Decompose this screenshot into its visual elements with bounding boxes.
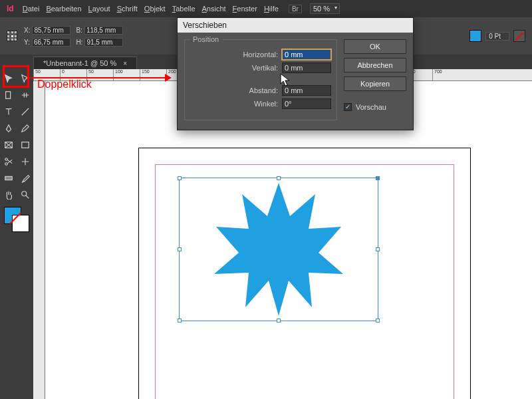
svg-point-3 bbox=[5, 158, 8, 161]
dialog-title[interactable]: Verschieben bbox=[178, 18, 413, 33]
preview-label: Vorschau bbox=[356, 103, 386, 111]
eyedropper-tool[interactable] bbox=[17, 170, 33, 186]
field-w[interactable] bbox=[84, 26, 123, 35]
annotation-highlight-box bbox=[3, 65, 29, 88]
star-shape[interactable] bbox=[186, 180, 372, 319]
input-abstand[interactable] bbox=[282, 85, 331, 96]
toolbox bbox=[0, 69, 33, 399]
position-fieldset: Position Horizontal: Vertikal: Abstand: … bbox=[184, 39, 337, 120]
document-tab-title: *Unbenannt-1 @ 50 % bbox=[43, 59, 116, 67]
selected-object-frame[interactable] bbox=[179, 178, 378, 321]
app-logo: Id bbox=[3, 4, 18, 13]
label-vertikal: Vertikal: bbox=[252, 64, 278, 72]
ok-button[interactable]: OK bbox=[344, 39, 406, 54]
label-horizontal: Horizontal: bbox=[243, 51, 278, 59]
type-tool[interactable] bbox=[1, 104, 17, 120]
cancel-button[interactable]: Abbrechen bbox=[344, 58, 406, 72]
page bbox=[138, 148, 471, 399]
scissors-tool[interactable] bbox=[1, 154, 17, 170]
document-tab[interactable]: *Unbenannt-1 @ 50 % × bbox=[33, 57, 137, 69]
field-x[interactable] bbox=[32, 26, 70, 35]
ruler-tick: 700 bbox=[432, 69, 459, 80]
gap-tool[interactable] bbox=[17, 87, 33, 103]
rectangle-tool[interactable] bbox=[17, 137, 33, 153]
menu-schrift[interactable]: Schrift bbox=[115, 3, 140, 15]
copy-button[interactable]: Kopieren bbox=[344, 76, 406, 91]
menu-tabelle[interactable]: Tabelle bbox=[170, 3, 198, 15]
bridge-badge[interactable]: Br bbox=[289, 5, 302, 13]
menu-objekt[interactable]: Objekt bbox=[142, 3, 168, 15]
gradient-tool[interactable] bbox=[1, 170, 17, 186]
label-y: Y: bbox=[24, 39, 30, 46]
pencil-tool[interactable] bbox=[17, 120, 33, 136]
label-h: H: bbox=[76, 39, 82, 46]
menu-datei[interactable]: Datei bbox=[21, 3, 42, 15]
svg-rect-2 bbox=[22, 142, 29, 148]
checkbox-icon: ✓ bbox=[344, 103, 352, 111]
rectangle-frame-tool[interactable] bbox=[1, 137, 17, 153]
svg-point-4 bbox=[5, 163, 8, 166]
menu-layout[interactable]: Layout bbox=[86, 3, 112, 15]
field-h[interactable] bbox=[84, 38, 123, 47]
svg-marker-7 bbox=[214, 183, 343, 316]
input-horizontal[interactable] bbox=[282, 49, 331, 60]
zoom-dropdown[interactable]: 50 % bbox=[310, 3, 340, 14]
line-tool[interactable] bbox=[17, 104, 33, 120]
label-w: B: bbox=[76, 27, 82, 34]
menu-hilfe[interactable]: Hilfe bbox=[262, 3, 281, 15]
zoom-tool[interactable] bbox=[17, 187, 33, 203]
label-abstand: Abstand: bbox=[249, 86, 278, 94]
background-swatch-icon bbox=[12, 215, 29, 232]
svg-point-6 bbox=[22, 192, 27, 196]
reference-point-picker[interactable] bbox=[7, 31, 17, 41]
fill-swatch[interactable] bbox=[469, 30, 481, 42]
document-tab-close[interactable]: × bbox=[123, 60, 127, 67]
page-tool[interactable] bbox=[1, 87, 17, 103]
menu-ansicht[interactable]: Ansicht bbox=[200, 3, 228, 15]
field-y[interactable] bbox=[32, 38, 70, 47]
pen-tool[interactable] bbox=[1, 120, 17, 136]
hand-tool[interactable] bbox=[1, 187, 17, 203]
fill-stroke-swatch[interactable] bbox=[1, 203, 33, 235]
svg-rect-0 bbox=[6, 92, 11, 99]
label-x: X: bbox=[24, 27, 30, 34]
stroke-weight[interactable]: 0 Pt bbox=[485, 32, 509, 41]
ruler-vertical[interactable] bbox=[33, 81, 45, 399]
input-vertikal[interactable] bbox=[282, 63, 331, 73]
move-dialog: Verschieben Position Horizontal: Vertika… bbox=[177, 17, 414, 130]
preview-checkbox[interactable]: ✓ Vorschau bbox=[344, 103, 406, 111]
annotation-text: Doppelklick bbox=[37, 78, 92, 90]
menu-fenster[interactable]: Fenster bbox=[231, 3, 259, 15]
svg-rect-5 bbox=[5, 176, 13, 180]
fieldset-legend: Position bbox=[190, 35, 221, 43]
menu-bearbeiten[interactable]: Bearbeiten bbox=[44, 3, 83, 15]
label-winkel: Winkel: bbox=[254, 100, 278, 108]
menubar: Id Datei Bearbeiten Layout Schrift Objek… bbox=[0, 0, 532, 17]
stroke-none-icon[interactable] bbox=[513, 30, 525, 42]
input-winkel[interactable] bbox=[282, 98, 331, 109]
ruler-tick: 150 bbox=[140, 69, 166, 80]
transform-tool[interactable] bbox=[17, 154, 33, 170]
ruler-tick: 100 bbox=[113, 69, 140, 80]
